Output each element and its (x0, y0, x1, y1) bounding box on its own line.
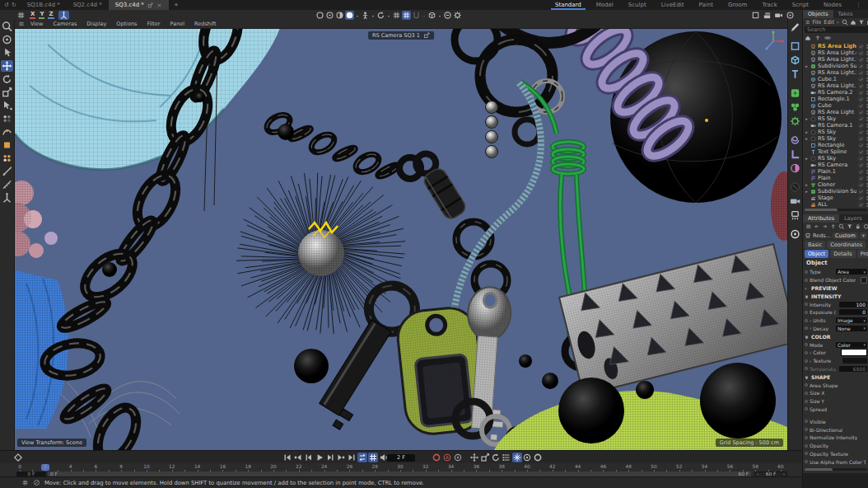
layout-window-icon[interactable] (751, 11, 760, 20)
select-move-tool-icon[interactable] (1, 100, 13, 111)
workplane-icon[interactable] (16, 11, 26, 20)
prev-frame-button[interactable] (304, 453, 314, 462)
object-enabled-checkbox[interactable] (858, 182, 864, 188)
object-list-item[interactable]: RS Camera (803, 162, 868, 168)
object-list-item[interactable]: ▸Cloner (803, 181, 868, 188)
current-frame-field[interactable]: 2 F (387, 454, 415, 462)
object-list-item[interactable]: Plain.1 (803, 168, 868, 175)
workspace-tab-paint[interactable]: Paint (692, 0, 721, 10)
arrow-up-icon[interactable] (830, 223, 837, 230)
attr-tab-object[interactable]: Object (805, 250, 828, 258)
object-list-item[interactable]: ▸Subdivision Surface (803, 188, 868, 195)
link-icon[interactable] (824, 35, 831, 41)
vertex-paint-tool-icon[interactable] (1, 139, 13, 151)
key-scale-button[interactable] (480, 453, 490, 462)
rotate-options-icon[interactable] (386, 11, 391, 20)
object-list-item[interactable]: RS Camera.1 (803, 122, 868, 129)
rect-object-icon[interactable] (810, 143, 816, 148)
redo-icon[interactable]: ↻ (12, 2, 16, 8)
expand-icon[interactable]: ▸ (805, 129, 809, 134)
mode-status-icon[interactable] (33, 479, 40, 486)
object-list-item[interactable]: RS Area Light.5 (803, 43, 868, 49)
key-rotation-button[interactable] (491, 453, 501, 462)
render-camera-icon[interactable] (774, 11, 783, 20)
spline-smooth-tool-icon[interactable] (1, 126, 13, 138)
undo-icon[interactable]: ↺ (4, 2, 9, 8)
object-enabled-checkbox[interactable] (858, 57, 864, 63)
attr-tab-coordinates[interactable]: Coordinates (827, 241, 866, 249)
attr-field-exposure-ev-[interactable]: 0 (839, 309, 867, 315)
loop-playback-button[interactable] (357, 453, 367, 462)
attr-dropdown-decay[interactable]: None▾ (836, 326, 867, 331)
attr-dropdown-type[interactable]: Area▾ (836, 269, 867, 274)
subdivision-surface-tool-icon[interactable] (789, 87, 801, 99)
object-enabled-checkbox[interactable] (858, 189, 864, 195)
attr-section-color[interactable]: ∨COLOR (803, 332, 868, 340)
object-list-item[interactable]: RS Area Light.2 (803, 69, 868, 76)
object-enabled-checkbox[interactable] (858, 63, 864, 69)
rotate-tool-icon[interactable] (1, 73, 13, 85)
modes-minus-icon[interactable] (443, 11, 452, 20)
viewport-search-tool-icon[interactable] (1, 21, 13, 32)
render-view-icon[interactable] (315, 11, 324, 20)
document-tab-2[interactable]: SQ3.c4d * (109, 0, 169, 10)
object-list-item[interactable]: ▸RS Sky (803, 155, 868, 162)
layers-object-icon[interactable] (810, 202, 816, 208)
arrow-left-icon[interactable] (814, 223, 820, 230)
T-object-icon[interactable] (810, 149, 816, 155)
stage-object-icon[interactable] (810, 195, 816, 201)
subdiv-object-icon[interactable] (810, 63, 816, 69)
attr-field-temperature-k-[interactable]: 6500 (839, 366, 867, 372)
viewport-menu-panel[interactable]: Panel (166, 21, 189, 27)
attr-section-shape[interactable]: ∨SHAPE (803, 373, 868, 381)
key-parameter-button[interactable] (502, 453, 511, 462)
key-position-button[interactable] (469, 453, 479, 462)
ring-icon[interactable] (863, 223, 868, 230)
measure-tool-icon[interactable] (1, 179, 13, 190)
object-enabled-checkbox[interactable] (858, 129, 864, 135)
object-menu-icon[interactable]: ≡ (805, 19, 810, 26)
object-enabled-checkbox[interactable] (858, 50, 864, 56)
object-list-item[interactable]: Rectangle (803, 142, 868, 148)
play-button[interactable] (315, 453, 324, 462)
object-enabled-checkbox[interactable] (858, 70, 864, 76)
primitive-cube-tool-icon[interactable] (789, 54, 801, 66)
panel-tab-takes[interactable]: Takes (833, 10, 858, 18)
object-enabled-checkbox[interactable] (858, 149, 864, 155)
workspace-tab-nodes[interactable]: Nodes (816, 0, 849, 10)
object-list-scrollbar[interactable] (805, 209, 867, 211)
keyframe-dot[interactable] (805, 444, 808, 448)
magnet-icon[interactable] (412, 11, 421, 20)
menu-icon[interactable] (805, 223, 812, 230)
object-enabled-checkbox[interactable] (858, 202, 864, 208)
snap-grid-icon[interactable] (392, 11, 401, 20)
panel-tab-layers[interactable]: Layers (839, 214, 867, 223)
viewport-menu-icon[interactable] (18, 21, 25, 27)
object-enabled-checkbox[interactable] (858, 123, 864, 129)
move-tool-icon[interactable] (1, 60, 13, 72)
object-enabled-checkbox[interactable] (858, 162, 864, 168)
section-caret-icon[interactable]: ∨ (805, 334, 810, 340)
material-tool-icon[interactable] (789, 228, 801, 240)
next-frame-button[interactable] (325, 453, 335, 462)
filter-icon[interactable] (847, 223, 853, 230)
attribute-mode-dropdown[interactable]: Custom (833, 232, 858, 239)
viewport-menu-options[interactable]: Options (112, 21, 141, 27)
attr-section-intensity[interactable]: ∨INTENSITY (803, 292, 868, 300)
home-icon[interactable] (805, 35, 811, 41)
object-enabled-checkbox[interactable] (858, 90, 864, 96)
row-expander-icon[interactable]: › (810, 350, 811, 355)
close-tab-icon[interactable] (147, 2, 153, 8)
magnifier-icon[interactable] (842, 19, 848, 26)
object-enabled-checkbox[interactable] (858, 110, 864, 115)
render-settings-icon[interactable] (325, 11, 334, 20)
sky-object-icon[interactable] (810, 129, 816, 135)
workspace-tab-standard[interactable]: Standard (548, 0, 589, 10)
viewport[interactable]: ViewCamerasDisplayOptionsFilterPanelReds… (15, 20, 787, 450)
record-keyframe-button[interactable] (432, 453, 441, 462)
camera-label[interactable]: RS Camera SQ3 1 (368, 31, 434, 40)
section-caret-icon[interactable]: › (805, 285, 810, 291)
object-list-item[interactable]: ▸RS Sky (803, 135, 868, 142)
expand-icon[interactable]: ▸ (805, 189, 809, 194)
section-caret-icon[interactable]: ∨ (805, 293, 810, 299)
